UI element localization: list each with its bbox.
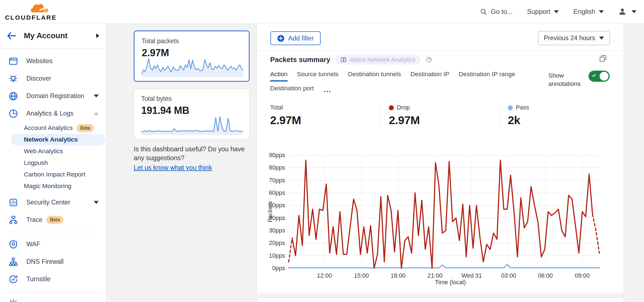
browser-icon xyxy=(8,56,18,66)
cloudflare-cloud-icon xyxy=(28,2,51,13)
language-menu[interactable]: English xyxy=(573,8,604,16)
svg-text:30pps: 30pps xyxy=(269,227,285,234)
analytics-submenu: Account Analytics Beta Network Analytics… xyxy=(0,122,106,192)
sidebar-item-trace[interactable]: Trace Beta xyxy=(0,211,106,229)
filter-row: Add filter Previous 24 hours xyxy=(257,23,624,51)
card-value: 191.94 MB xyxy=(141,105,242,116)
add-filter-button[interactable]: Add filter xyxy=(270,31,321,45)
sidebar-item-websites[interactable]: Websites xyxy=(0,52,106,70)
packets-sparkline xyxy=(142,57,243,77)
chevron-down-icon xyxy=(94,94,99,98)
chevron-right-icon[interactable] xyxy=(96,34,99,38)
sidebar-item-security-center[interactable]: Security Center xyxy=(0,194,106,211)
svg-text:60pps: 60pps xyxy=(269,190,285,196)
chevron-down-icon xyxy=(632,10,637,13)
beta-badge: Beta xyxy=(46,216,64,224)
svg-text:18:00: 18:00 xyxy=(391,272,405,279)
sidebar-item-account-analytics[interactable]: Account Analytics Beta xyxy=(11,122,105,134)
sidebar-item-waf[interactable]: WAF xyxy=(0,236,106,253)
svg-text:Wed 31: Wed 31 xyxy=(462,272,482,279)
sidebar-divider xyxy=(8,232,98,232)
book-icon xyxy=(340,57,347,63)
account-title: My Account xyxy=(24,31,96,40)
logo-wordmark: CLOUDFLARE xyxy=(5,14,57,21)
total-packets-card[interactable]: Total packets 2.97M xyxy=(134,30,250,82)
support-menu[interactable]: Support xyxy=(527,8,559,16)
tab-action[interactable]: Action xyxy=(270,71,288,81)
language-label: English xyxy=(573,8,595,16)
svg-text:21:00: 21:00 xyxy=(428,272,443,279)
bytes-sparkline xyxy=(141,115,243,135)
stat-total: Total 2.97M xyxy=(270,103,381,129)
top-bar: CLOUDFLARE Go to... Support English xyxy=(0,0,644,24)
pie-chart-icon[interactable] xyxy=(425,56,432,63)
chevron-down-icon xyxy=(599,37,604,40)
sidebar-item-logpush[interactable]: Logpush xyxy=(11,157,105,169)
tab-source-tunnels[interactable]: Source tunnels xyxy=(297,71,339,81)
about-badge-label: About Network Analytics xyxy=(350,56,415,63)
card-label: Total bytes xyxy=(141,95,242,103)
sidebar-item-turnstile[interactable]: Turnstile xyxy=(0,270,106,288)
sidebar-nav: Websites Discover Domain Registratio xyxy=(0,48,106,302)
sidebar-item-network-analytics[interactable]: Network Analytics xyxy=(11,134,105,145)
sidebar-item-magic-monitoring[interactable]: Magic Monitoring xyxy=(11,180,105,192)
feedback-prompt: Is this dashboard useful? Do you have an… xyxy=(134,145,255,162)
sidebar-item-label: Network Analytics xyxy=(24,136,78,143)
duplicate-icon[interactable] xyxy=(599,54,607,63)
packets-summary-panel: Packets summary About Network Analytics … xyxy=(257,51,624,294)
stat-label: Total xyxy=(270,104,283,111)
sidebar-item-domain-registration[interactable]: Domain Registration xyxy=(0,87,106,105)
stats-row: Total 2.97M Drop 2.97M Pass 2k xyxy=(257,103,624,129)
tab-destination-ip[interactable]: Destination IP xyxy=(410,71,449,81)
feedback-link[interactable]: Let us know what you think xyxy=(134,163,212,172)
sidebar-item-label: Domain Registration xyxy=(26,92,84,100)
stat-drop: Drop 2.97M xyxy=(381,103,500,129)
sidebar-item-label: Logpush xyxy=(24,159,48,167)
stat-value: 2.97M xyxy=(270,114,381,127)
pass-series-dot xyxy=(508,105,513,110)
about-network-analytics-badge[interactable]: About Network Analytics xyxy=(335,55,420,65)
safe-icon xyxy=(8,198,18,208)
tab-destination-tunnels[interactable]: Destination tunnels xyxy=(348,71,401,81)
user-menu[interactable] xyxy=(618,7,637,16)
svg-text:0pps: 0pps xyxy=(272,265,285,272)
svg-text:09:00: 09:00 xyxy=(575,272,590,279)
show-annotations-label: Show annotations xyxy=(548,71,583,88)
sidebar-divider xyxy=(8,291,98,291)
chevron-down-icon xyxy=(554,10,559,13)
more-tabs-button[interactable]: ... xyxy=(324,86,331,94)
svg-text:Time (local): Time (local) xyxy=(435,279,466,286)
stat-value: 2k xyxy=(508,114,610,127)
sidebar-item-label: DNS Firewall xyxy=(26,258,64,265)
svg-text:Packets: Packets xyxy=(267,201,273,222)
sidebar: My Account Websites xyxy=(0,23,106,302)
drop-series-dot xyxy=(389,105,394,110)
svg-text:20pps: 20pps xyxy=(269,240,285,246)
back-arrow-icon[interactable] xyxy=(7,32,16,40)
goto-search[interactable]: Go to... xyxy=(480,8,513,16)
toggle-knob xyxy=(600,72,608,81)
packets-summary-chart: 0pps10pps20pps30pps40pps50pps60pps70pps8… xyxy=(264,150,605,288)
svg-text:03:00: 03:00 xyxy=(501,272,516,279)
check-icon xyxy=(592,73,597,78)
hierarchy-icon xyxy=(8,257,18,267)
sidebar-item-carbon-impact-report[interactable]: Carbon Impact Report xyxy=(11,169,105,180)
sidebar-item-discover[interactable]: Discover xyxy=(0,70,106,87)
chevron-down-icon xyxy=(94,201,99,204)
chevron-up-icon xyxy=(94,112,99,115)
sidebar-item-label: Discover xyxy=(26,75,51,82)
tab-destination-port[interactable]: Destination port xyxy=(270,85,314,94)
sidebar-item-partial-bottom[interactable] xyxy=(0,295,106,302)
next-panel-edge xyxy=(257,298,624,302)
sidebar-item-label: Web Analytics xyxy=(24,148,63,155)
show-annotations-toggle[interactable] xyxy=(589,71,610,82)
sidebar-item-dns-firewall[interactable]: DNS Firewall xyxy=(0,253,106,270)
cloudflare-logo[interactable]: CLOUDFLARE xyxy=(5,2,54,21)
time-range-label: Previous 24 hours xyxy=(544,34,595,42)
dimension-tabs-row2: Destination port ... xyxy=(270,85,331,94)
total-bytes-card[interactable]: Total bytes 191.94 MB xyxy=(134,89,250,139)
time-range-dropdown[interactable]: Previous 24 hours xyxy=(538,31,610,45)
sidebar-item-web-analytics[interactable]: Web Analytics xyxy=(11,145,105,157)
tab-destination-ip-range[interactable]: Destination IP range xyxy=(459,71,515,81)
sidebar-item-analytics-logs[interactable]: Analytics & Logs xyxy=(0,105,106,122)
